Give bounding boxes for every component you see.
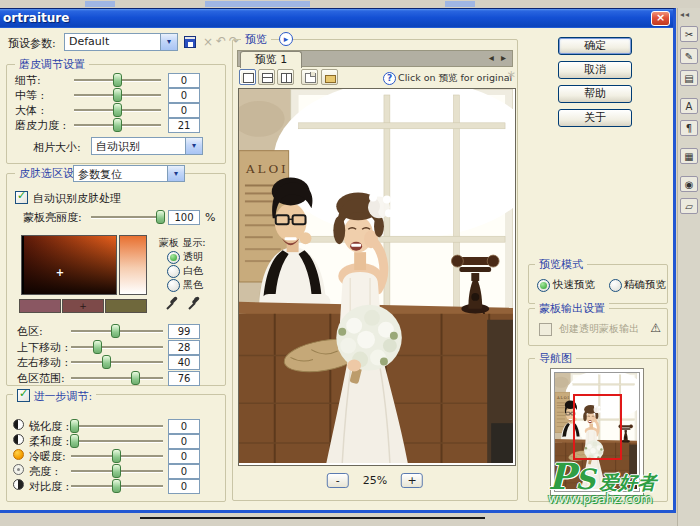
hue-gradient-picker[interactable]: + xyxy=(21,235,117,295)
zoom-in-button[interactable]: + xyxy=(401,473,423,488)
slider-value-input[interactable]: 21 xyxy=(168,118,200,133)
path-icon[interactable]: ▱ xyxy=(680,198,698,214)
preset-dropdown[interactable]: Default ▾ xyxy=(64,33,178,51)
slider-value-input[interactable]: 0 xyxy=(168,73,200,88)
dock-collapse-icon[interactable]: ◂◂ xyxy=(680,10,690,19)
slider-value-input[interactable]: 0 xyxy=(168,449,200,464)
close-button[interactable]: × xyxy=(651,11,670,26)
text-icon[interactable]: A xyxy=(680,98,698,114)
preview-tab-1[interactable]: 预览 1 xyxy=(240,51,302,68)
accurate-preview-radio[interactable] xyxy=(609,279,622,292)
slider-thumb[interactable] xyxy=(156,210,165,224)
split-vertical-icon[interactable] xyxy=(277,69,294,85)
navigator-thumbnail[interactable] xyxy=(550,368,644,496)
help-button[interactable]: 帮助 xyxy=(558,85,632,103)
about-button[interactable]: 关于 xyxy=(558,109,632,127)
save-preset-icon[interactable] xyxy=(184,36,196,48)
slider-thumb[interactable] xyxy=(112,464,121,478)
chevron-down-icon[interactable]: ▾ xyxy=(160,34,177,50)
slider-thumb[interactable] xyxy=(131,371,140,385)
slider-track[interactable] xyxy=(71,485,163,488)
slider-thumb[interactable] xyxy=(112,479,121,493)
sphere-icon[interactable]: ◉ xyxy=(680,176,698,192)
delete-preset-icon[interactable]: × xyxy=(203,36,213,48)
undo-icon[interactable]: ↶ xyxy=(216,35,226,47)
paragraph-icon[interactable]: ¶ xyxy=(680,120,698,136)
slider-value-input[interactable]: 0 xyxy=(168,479,200,494)
split-horizontal-icon[interactable] xyxy=(258,69,275,85)
slider-track[interactable] xyxy=(71,440,163,443)
slider-value-input[interactable]: 0 xyxy=(168,464,200,479)
slider-thumb[interactable] xyxy=(113,118,122,132)
create-mask-checkbox[interactable] xyxy=(539,323,552,336)
slider-value-input[interactable]: 99 xyxy=(168,324,200,339)
slider-track[interactable] xyxy=(71,361,163,364)
enhance-checkbox[interactable]: ✓ xyxy=(17,389,30,402)
checkmark-icon: ✓ xyxy=(19,388,28,400)
slider-track[interactable] xyxy=(71,455,163,458)
preview-play-icon[interactable]: ▸ xyxy=(279,32,293,46)
slider-value-input[interactable]: 100 xyxy=(168,210,200,225)
slider-track[interactable] xyxy=(74,124,161,127)
slider-track[interactable] xyxy=(71,377,163,380)
slider-track[interactable] xyxy=(71,470,163,473)
gradient-marker-icon[interactable]: + xyxy=(56,268,64,278)
slider-thumb[interactable] xyxy=(113,88,122,102)
slider-track[interactable] xyxy=(74,79,161,82)
pencil-icon[interactable]: ✎ xyxy=(680,48,698,64)
slider-thumb[interactable] xyxy=(113,73,122,87)
chevron-down-icon[interactable]: ▾ xyxy=(167,166,184,181)
slider-thumb[interactable] xyxy=(93,340,102,354)
lightness-strip[interactable] xyxy=(119,235,147,295)
new-preview-tab-icon[interactable] xyxy=(301,69,318,85)
slider-track[interactable] xyxy=(91,216,163,219)
slider-thumb[interactable] xyxy=(102,355,111,369)
background-window-sliver xyxy=(85,1,115,7)
eyedropper-add-icon[interactable] xyxy=(165,296,178,311)
auto-detect-checkbox[interactable]: ✓ xyxy=(15,191,28,204)
scissors-icon[interactable]: ✂ xyxy=(680,26,698,42)
tab-scroll-arrows-icon[interactable]: ◂ ▸ xyxy=(489,52,508,63)
slider-track[interactable] xyxy=(74,94,161,97)
slider-thumb[interactable] xyxy=(113,103,122,117)
slider-value-input[interactable]: 28 xyxy=(168,340,200,355)
title-bar[interactable]: ortraiture × xyxy=(0,9,673,28)
navigator-view-rect[interactable] xyxy=(573,394,622,460)
layers-icon[interactable]: ▤ xyxy=(680,70,698,86)
help-icon[interactable]: ? xyxy=(383,72,396,85)
ok-button[interactable]: 确定 xyxy=(558,37,632,55)
fast-preview-radio[interactable] xyxy=(537,279,550,292)
slider-thumb[interactable] xyxy=(112,449,121,463)
preview-image[interactable]: ALOI xyxy=(238,88,516,466)
folder-icon[interactable] xyxy=(321,69,338,85)
slider-value-input[interactable]: 0 xyxy=(168,419,200,434)
slider-track[interactable] xyxy=(71,330,163,333)
mask-black-radio[interactable] xyxy=(167,279,180,292)
slider-track[interactable] xyxy=(74,109,161,112)
document-icon[interactable]: ▦ xyxy=(680,148,698,164)
zoom-out-button[interactable]: - xyxy=(327,473,349,488)
color-swatch-3[interactable] xyxy=(105,299,147,313)
slider-track[interactable] xyxy=(71,346,163,349)
mask-white-radio[interactable] xyxy=(167,265,180,278)
eyedropper-subtract-icon[interactable] xyxy=(187,296,200,311)
color-swatch-2[interactable]: + xyxy=(62,299,104,313)
slider-thumb[interactable] xyxy=(111,324,120,338)
slider-value-input[interactable]: 0 xyxy=(168,88,200,103)
slider-thumb[interactable] xyxy=(70,419,79,433)
slider-value-input[interactable]: 76 xyxy=(168,371,200,386)
warning-icon: ⚠ xyxy=(650,321,661,335)
slider-value-input[interactable]: 40 xyxy=(168,355,200,370)
slider-value-input[interactable]: 0 xyxy=(168,434,200,449)
slider-thumb[interactable] xyxy=(70,434,79,448)
slider-value-input[interactable]: 0 xyxy=(168,103,200,118)
color-swatch-1[interactable] xyxy=(19,299,61,313)
mask-transparent-radio[interactable] xyxy=(167,251,180,264)
single-view-icon[interactable] xyxy=(239,69,256,85)
preview-group: 预览 ▸ 预览 1 ◂ ▸ ? Click on 预览 for original… xyxy=(232,39,518,501)
slider-track[interactable] xyxy=(71,425,163,428)
cancel-button[interactable]: 取消 xyxy=(558,61,632,79)
skin-preset-dropdown[interactable]: 参数复位 ▾ xyxy=(73,165,185,182)
chevron-down-icon[interactable]: ▾ xyxy=(185,138,202,154)
photo-size-dropdown[interactable]: 自动识别 ▾ xyxy=(91,137,203,155)
